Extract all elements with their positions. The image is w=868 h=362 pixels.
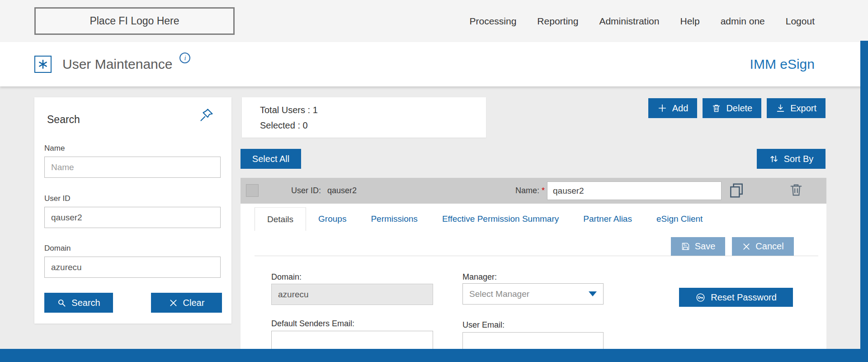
required-asterisk: * <box>542 186 545 195</box>
sort-by-label: Sort By <box>784 154 814 164</box>
user-name-input[interactable] <box>547 181 722 200</box>
user-id-label: User ID: <box>291 186 321 195</box>
user-id-search-input[interactable] <box>44 207 221 228</box>
nav-administration[interactable]: Administration <box>599 16 659 27</box>
download-icon <box>776 104 785 113</box>
export-button-label: Export <box>790 103 816 114</box>
plus-icon <box>657 103 667 113</box>
user-email-input[interactable] <box>462 332 604 349</box>
info-icon[interactable]: i <box>179 52 190 63</box>
total-users-text: Total Users : 1 <box>260 105 486 115</box>
search-button-label: Search <box>71 298 100 308</box>
brand-imm-esign: IMM eSign <box>750 57 815 72</box>
fi-logo-placeholder: Place FI Logo Here <box>34 7 235 35</box>
nav-reporting[interactable]: Reporting <box>537 16 578 27</box>
sort-by-button[interactable]: Sort By <box>757 149 826 169</box>
cancel-button-label: Cancel <box>755 241 783 252</box>
page-header: User Maintenance i IMM eSign <box>0 42 868 86</box>
domain-form-label: Domain: <box>271 272 302 282</box>
top-action-buttons: Add Delete Export <box>648 98 826 118</box>
domain-field-label: Domain <box>44 244 71 253</box>
name-field-label: Name <box>44 144 65 153</box>
copy-icon[interactable] <box>728 182 745 199</box>
export-button[interactable]: Export <box>767 98 826 118</box>
search-button[interactable]: Search <box>44 293 113 313</box>
clear-button-label: Clear <box>183 298 205 308</box>
fi-logo-text: Place FI Logo Here <box>90 15 179 27</box>
tab-esign-client[interactable]: eSign Client <box>644 207 715 231</box>
reset-password-label: Reset Password <box>711 292 777 303</box>
selected-count-text: Selected : 0 <box>260 120 486 131</box>
pin-icon[interactable] <box>200 108 213 122</box>
main-content: Total Users : 1 Selected : 0 Add Delete … <box>241 97 826 351</box>
nav-logout[interactable]: Logout <box>786 16 815 27</box>
user-row: User ID: qauser2 Name: * <box>241 178 826 204</box>
domain-form-input <box>271 284 433 305</box>
manager-dropdown-value: Select Manager <box>469 289 529 299</box>
user-email-label: User Email: <box>462 320 505 330</box>
user-id-field-label: User ID <box>44 194 71 203</box>
manager-dropdown[interactable]: Select Manager <box>462 283 604 305</box>
sort-arrows-icon <box>769 154 779 164</box>
user-detail-card: Details Groups Permissions Effective Per… <box>241 204 826 349</box>
nav-admin-one[interactable]: admin one <box>721 16 765 27</box>
nav-processing[interactable]: Processing <box>469 16 516 27</box>
bottom-bar <box>0 349 868 362</box>
chevron-down-icon <box>589 291 597 296</box>
manager-form-label: Manager: <box>462 272 497 282</box>
delete-button-label: Delete <box>726 103 752 114</box>
default-senders-email-input[interactable] <box>271 331 433 349</box>
tab-details[interactable]: Details <box>255 207 306 231</box>
asterisk-icon <box>37 58 49 70</box>
search-panel: Search Name User ID Domain Search Clear <box>34 97 231 324</box>
select-all-button[interactable]: Select All <box>241 149 301 169</box>
name-label: Name: * <box>515 186 545 195</box>
select-all-label: Select All <box>252 154 289 164</box>
reset-password-button[interactable]: Reset Password <box>679 288 793 307</box>
detail-tabs: Details Groups Permissions Effective Per… <box>255 207 715 231</box>
x-icon <box>169 298 178 308</box>
cancel-button[interactable]: Cancel <box>732 237 794 256</box>
save-icon <box>681 242 690 251</box>
name-label-text: Name: <box>515 186 539 195</box>
tab-permissions[interactable]: Permissions <box>359 207 429 231</box>
tab-effective-permission-summary[interactable]: Effective Permission Summary <box>430 207 571 231</box>
trash-icon <box>712 104 721 113</box>
tab-divider <box>255 256 818 256</box>
search-icon <box>57 298 66 308</box>
save-cancel-group: Save Cancel <box>671 237 794 256</box>
row-trash-icon[interactable] <box>788 182 804 198</box>
tab-groups[interactable]: Groups <box>306 207 359 231</box>
tab-partner-alias[interactable]: Partner Alias <box>571 207 644 231</box>
add-button-label: Add <box>672 103 689 114</box>
top-nav: Processing Reporting Administration Help… <box>469 16 815 27</box>
domain-search-input[interactable] <box>44 257 221 278</box>
page-title: User Maintenance <box>62 57 172 72</box>
cancel-x-icon <box>742 242 751 251</box>
user-id-value: qauser2 <box>327 186 357 195</box>
delete-button[interactable]: Delete <box>703 98 761 118</box>
key-icon <box>695 292 706 303</box>
clear-button[interactable]: Clear <box>151 293 222 313</box>
scrollbar-strip[interactable] <box>860 41 868 349</box>
user-maintenance-app-icon <box>34 56 52 73</box>
totals-box: Total Users : 1 Selected : 0 <box>242 97 486 138</box>
add-button[interactable]: Add <box>648 98 698 118</box>
name-search-input[interactable] <box>44 157 221 178</box>
top-bar: Place FI Logo Here Processing Reporting … <box>0 0 868 42</box>
default-senders-email-label: Default Senders Email: <box>271 319 354 329</box>
save-button[interactable]: Save <box>671 237 725 256</box>
user-row-checkbox[interactable] <box>246 184 259 197</box>
search-panel-title: Search <box>47 114 80 126</box>
save-button-label: Save <box>695 241 716 252</box>
nav-help[interactable]: Help <box>680 16 699 27</box>
